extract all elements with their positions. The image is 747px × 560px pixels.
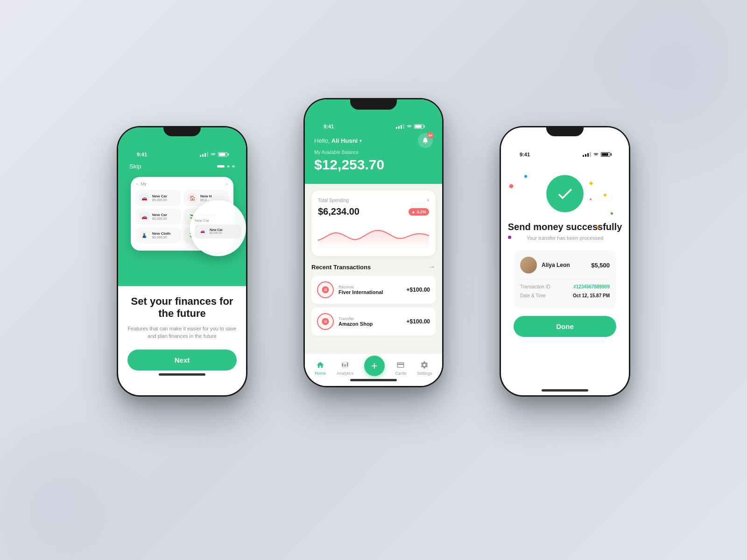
transaction-item-1: Receive Fiver International +$100.00 <box>311 276 436 304</box>
recipient-amount: $5,500 <box>591 262 610 269</box>
card-name-1: New Car <box>152 194 167 198</box>
see-all-button[interactable]: → <box>428 263 436 271</box>
user-name: Ali Husni <box>331 137 358 144</box>
phone-dashboard: 9:41 <box>303 98 444 387</box>
spending-header: Total Spending › <box>318 197 429 203</box>
txn-amount-2: +$100.00 <box>407 318 430 325</box>
success-circle <box>546 175 584 212</box>
skip-button[interactable]: Skip <box>129 163 141 170</box>
phone-onboarding: 9:41 <box>117 126 247 397</box>
magnify-card: 🚗 New Car $5,000.00 <box>195 224 241 238</box>
nav-cards[interactable]: Cards <box>395 360 406 376</box>
spending-badge: ▲ 3.2% <box>409 208 429 216</box>
battery-right <box>601 152 610 157</box>
receive-icon <box>321 286 330 294</box>
confetti-4 <box>508 236 511 239</box>
card-icon <box>396 361 405 369</box>
status-bar-left: 9:41 <box>127 144 237 161</box>
txn-icon-1 <box>317 281 334 298</box>
magnify-label: New Car <box>195 218 241 223</box>
home-indicator-left <box>159 373 205 376</box>
nav-settings[interactable]: Settings <box>417 360 432 376</box>
dot-3 <box>232 165 235 168</box>
settings-nav-icon <box>420 360 429 370</box>
spending-card: Total Spending › $6,234.00 ▲ 3.2% <box>311 190 436 256</box>
confetti-area: Send money successfully Your transfer ha… <box>501 161 629 386</box>
status-icons-center <box>396 124 423 129</box>
recipient-name: Aliya Leon <box>542 262 586 268</box>
status-icons-right <box>583 152 610 157</box>
time-left: 9:41 <box>137 152 147 157</box>
card-info-5: New Cloth $5,000.00 <box>152 231 170 239</box>
analytics-icon <box>341 361 349 369</box>
dashboard-header: 9:41 <box>305 99 442 184</box>
card-amount-1: $5,000.00 <box>152 198 167 202</box>
svg-rect-2 <box>347 363 348 367</box>
next-button[interactable]: Next <box>127 350 237 371</box>
card-info-1: New Car $5,000.00 <box>152 194 167 202</box>
home-nav-icon <box>316 360 325 370</box>
screen-dashboard: 9:41 <box>305 99 442 386</box>
done-button[interactable]: Done <box>514 316 616 337</box>
preview-title: ← My <box>135 182 147 186</box>
card-name-3: New Car <box>152 213 167 217</box>
confetti-1 <box>509 184 514 189</box>
txn-icon-2 <box>317 313 334 330</box>
onboard-title: Set your finances for the future <box>127 295 237 320</box>
confetti-2 <box>604 194 606 196</box>
txn-type-1: Receive <box>338 285 402 289</box>
card-new-cloth: 👗 New Cloth $5,000.00 <box>135 227 181 243</box>
datetime-label: Date & Time <box>520 293 546 298</box>
status-icons-left <box>200 152 227 157</box>
card-amount-5: $5,000.00 <box>152 236 170 239</box>
greeting-row: Hello, Ali Husni ▾ 9+ <box>314 133 433 148</box>
checkmark-icon <box>556 184 574 203</box>
magnify-inner: New Car 🚗 New Car $5,000.00 <box>190 214 246 243</box>
car-icon-2: 🚗 <box>139 211 149 222</box>
svg-rect-0 <box>342 363 343 367</box>
card-info-3: New Car $5,000.00 <box>152 213 167 220</box>
avatar-image <box>520 257 537 273</box>
notch-right <box>546 126 584 136</box>
fab-plus-icon: + <box>371 360 378 371</box>
wifi-center <box>406 124 412 129</box>
house-icon: 🏠 <box>187 193 197 203</box>
magnify-amount: $5,000.00 <box>210 231 223 234</box>
spending-row: $6,234.00 ▲ 3.2% <box>318 206 429 217</box>
txn-name-1: Fiver International <box>338 289 402 295</box>
spending-arrow-icon[interactable]: › <box>427 197 429 203</box>
wifi-left <box>210 152 216 157</box>
nav-analytics[interactable]: Analytics <box>337 360 353 376</box>
card-info-2: New H $5,0... <box>200 194 211 202</box>
onboard-subtitle: Features that can make it easier for you… <box>127 325 237 340</box>
card-new-car-1: 🚗 New Car $5,000.00 <box>135 190 181 206</box>
screen-success: 9:41 <box>501 127 629 395</box>
magnify-name: New Car <box>210 228 223 231</box>
txn-name-2: Amazon Shop <box>338 321 402 327</box>
success-screen: 9:41 <box>501 127 629 395</box>
confetti-8 <box>589 182 593 185</box>
nav-home[interactable]: Home <box>315 360 326 376</box>
section-header: Recent Transactions → <box>311 263 436 271</box>
car-icon: 🚗 <box>139 193 149 203</box>
section-title: Recent Transactions <box>311 264 371 271</box>
fab-add-button[interactable]: + <box>364 356 385 376</box>
signal-right <box>583 152 591 157</box>
time-right: 9:41 <box>520 152 530 157</box>
divider <box>520 279 610 280</box>
onboard-content: Set your finances for the future Feature… <box>118 286 246 391</box>
confetti-7 <box>590 198 592 200</box>
txn-info-2: Transfer Amazon Shop <box>338 316 402 327</box>
notification-badge: 9+ <box>427 132 434 139</box>
svg-rect-1 <box>345 364 346 367</box>
screen-onboarding: 9:41 <box>118 127 246 395</box>
phones-container: 9:41 <box>93 70 654 490</box>
greeting-text: Hello, Ali Husni ▾ <box>314 137 362 144</box>
home-icon <box>316 361 324 369</box>
notification-button[interactable]: 9+ <box>418 133 433 148</box>
transactions-section: Recent Transactions → Receive Fiver Inte… <box>305 263 442 336</box>
spending-chart <box>318 222 429 250</box>
dots-row <box>217 165 235 168</box>
confetti-6 <box>524 175 527 178</box>
analytics-nav-label: Analytics <box>337 371 353 376</box>
